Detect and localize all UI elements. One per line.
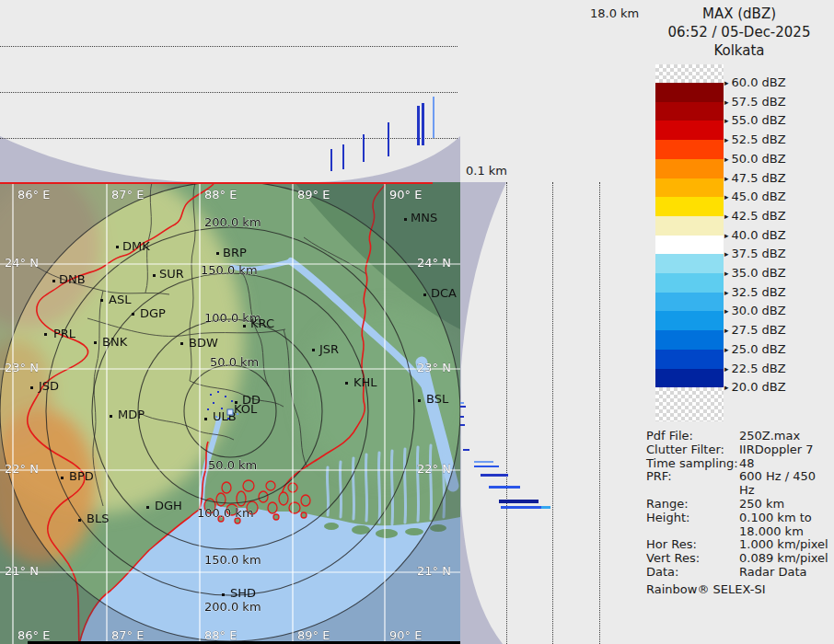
ew-cross-section-panel bbox=[0, 0, 460, 182]
longitude-label: 86° E bbox=[17, 628, 50, 642]
scale-tick-label: ▸22.5 dBZ bbox=[724, 362, 786, 376]
info-row: Range:250 km bbox=[646, 498, 832, 512]
scale-tick-label: ▸47.5 dBZ bbox=[724, 171, 786, 186]
echo-bar bbox=[417, 106, 420, 145]
echo-bar bbox=[463, 449, 469, 451]
city-label: DNB bbox=[59, 272, 86, 286]
scale-tick-arrow-icon: ▸ bbox=[724, 269, 729, 278]
info-row: PRF:600 Hz / 450 Hz bbox=[646, 470, 832, 498]
scale-tick-label: ▸37.5 dBZ bbox=[724, 247, 786, 261]
info-label: PRF: bbox=[646, 470, 739, 498]
scale-band bbox=[655, 83, 724, 102]
height-axis-origin-label: 0.1 km bbox=[466, 164, 507, 178]
info-label: Time sampling: bbox=[646, 457, 739, 471]
info-row: Pdf File:250Z.max bbox=[646, 430, 832, 443]
city-label: JSR bbox=[319, 342, 339, 356]
echo-bar bbox=[460, 416, 464, 418]
echo-bar bbox=[481, 474, 508, 477]
scale-tick-arrow-icon: ▸ bbox=[724, 345, 729, 354]
city-dot bbox=[180, 342, 183, 345]
scale-tick-arrow-icon: ▸ bbox=[724, 98, 729, 107]
info-value: Radar Data bbox=[739, 566, 806, 580]
echo-bar bbox=[541, 506, 550, 509]
product-info: Pdf File:250Z.maxClutter Filter:IIRDoppl… bbox=[646, 430, 832, 597]
echo-bar bbox=[342, 144, 344, 169]
city-label: ASL bbox=[109, 293, 132, 306]
range-ring-label: 50.0 km bbox=[208, 458, 257, 472]
radar-window: 18.0 km 0.1 km bbox=[0, 0, 834, 644]
echo-bar bbox=[433, 97, 434, 138]
info-value: 1.000 km/pixel bbox=[739, 538, 828, 552]
city-label: BNK bbox=[102, 335, 128, 349]
echo-pixel bbox=[231, 400, 233, 402]
scale-band bbox=[655, 140, 724, 159]
city-label: PRL bbox=[53, 327, 76, 340]
scale-tick-text: 22.5 dBZ bbox=[732, 362, 786, 375]
scale-tick-arrow-icon: ▸ bbox=[724, 116, 729, 125]
scale-tick-text: 32.5 dBZ bbox=[732, 285, 786, 299]
scale-band bbox=[655, 273, 724, 293]
echo-bar bbox=[330, 149, 332, 171]
software-signature: Rainbow® SELEX-SI bbox=[646, 583, 832, 597]
city-dot bbox=[100, 299, 103, 302]
height-gridline bbox=[0, 92, 458, 93]
scale-band-transparent-top bbox=[655, 64, 724, 83]
latitude-label: 23° N bbox=[417, 361, 451, 374]
info-row: Hor Res:1.000 km/pixel bbox=[646, 538, 832, 552]
height-gridline bbox=[599, 182, 600, 644]
echo-pixel bbox=[227, 418, 229, 420]
scale-tick-text: 25.0 dBZ bbox=[732, 342, 786, 356]
city-label: DCA bbox=[431, 286, 457, 300]
scale-tick-label: ▸50.0 dBZ bbox=[724, 152, 786, 167]
latitude-label: 23° N bbox=[5, 361, 39, 374]
product-name: MAX (dBZ) bbox=[644, 5, 834, 23]
city-dot bbox=[61, 477, 64, 479]
scale-tick-label: ▸20.0 dBZ bbox=[724, 380, 786, 395]
echo-bar bbox=[474, 461, 493, 463]
scale-tick-text: 42.5 dBZ bbox=[732, 209, 786, 223]
scale-tick-text: 40.0 dBZ bbox=[732, 228, 786, 242]
city-dot bbox=[418, 399, 421, 402]
info-row: Vert Res:0.089 km/pixel bbox=[646, 552, 832, 566]
radar-map: 86° E86° E87° E87° E88° E88° E89° E89° E… bbox=[0, 182, 460, 644]
info-label: Pdf File: bbox=[646, 430, 739, 443]
info-value: 250 km bbox=[739, 498, 784, 512]
echo-pixel bbox=[207, 408, 209, 410]
city-dot bbox=[110, 415, 112, 418]
info-row: Height:0.100 km to 18.000 km bbox=[646, 512, 832, 539]
info-value: 48 bbox=[739, 457, 755, 471]
scale-tick-text: 35.0 dBZ bbox=[732, 266, 786, 280]
city-dot bbox=[404, 218, 407, 221]
range-ring-label: 150.0 km bbox=[201, 263, 258, 277]
scale-band bbox=[655, 159, 724, 178]
info-label: Clutter Filter: bbox=[646, 443, 739, 457]
city-label: BRP bbox=[223, 246, 247, 259]
echo-bar bbox=[474, 466, 499, 467]
scale-tick-text: 27.5 dBZ bbox=[732, 323, 786, 337]
scale-band bbox=[655, 236, 724, 255]
echo-pixel bbox=[221, 408, 223, 409]
info-row: Time sampling:48 bbox=[646, 457, 832, 471]
info-label: Height: bbox=[646, 512, 739, 539]
echo-pixel bbox=[225, 396, 226, 397]
latitude-label: 22° N bbox=[5, 462, 39, 476]
map-canvas: 86° E86° E87° E87° E88° E88° E89° E89° E… bbox=[0, 182, 460, 644]
city-label: JSD bbox=[38, 379, 59, 393]
info-value: 600 Hz / 450 Hz bbox=[739, 470, 832, 498]
scale-tick-text: 57.5 dBZ bbox=[732, 95, 786, 109]
scale-tick-arrow-icon: ▸ bbox=[724, 326, 729, 335]
scale-band bbox=[655, 311, 724, 330]
height-axis-max-label: 18.0 km bbox=[590, 6, 639, 20]
range-ring-label: 50.0 km bbox=[210, 355, 259, 369]
height-gridline bbox=[506, 182, 507, 644]
city-label: MDP bbox=[118, 408, 145, 421]
longitude-label: 88° E bbox=[204, 628, 237, 642]
latitude-label: 21° N bbox=[5, 564, 39, 578]
scale-tick-text: 52.5 dBZ bbox=[732, 132, 786, 146]
range-ring-label: 200.0 km bbox=[204, 600, 261, 614]
info-row: Data:Radar Data bbox=[646, 566, 832, 580]
city-label: DGP bbox=[140, 306, 166, 320]
longitude-label: 89° E bbox=[297, 188, 330, 201]
scale-tick-arrow-icon: ▸ bbox=[724, 306, 729, 316]
city-label: DGH bbox=[155, 499, 182, 512]
